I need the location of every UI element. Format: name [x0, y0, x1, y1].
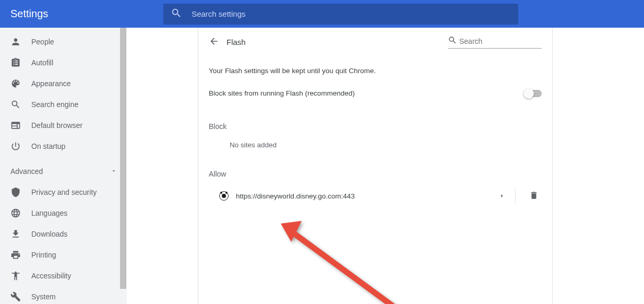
sidebar-item-label: Printing: [31, 251, 56, 259]
person-icon: [10, 37, 31, 47]
sidebar-item-default-browser[interactable]: Default browser: [0, 115, 126, 136]
power-icon: [10, 141, 31, 151]
accessibility-icon: [10, 271, 31, 281]
header-title: Settings: [10, 8, 48, 20]
main-content: Flash Your Flash settings will be kept u…: [127, 28, 644, 304]
block-flash-toggle-row: Block sites from running Flash (recommen…: [198, 75, 552, 107]
sidebar-item-label: Languages: [31, 209, 67, 217]
sidebar-item-appearance[interactable]: Appearance: [0, 73, 126, 94]
sidebar-item-label: Privacy and security: [31, 188, 97, 196]
wrench-icon: [10, 291, 31, 302]
site-details-button[interactable]: [499, 192, 515, 200]
sidebar-advanced-label: Advanced: [10, 167, 43, 176]
content-header: Flash: [198, 28, 552, 56]
header-search-box[interactable]: [163, 4, 518, 25]
search-icon: [10, 99, 31, 110]
app-header: Settings: [0, 0, 644, 28]
chevron-up-icon: [111, 167, 117, 176]
sidebar-item-search-engine[interactable]: Search engine: [0, 94, 126, 115]
sidebar-item-label: System: [31, 293, 56, 301]
sidebar-item-autofill[interactable]: Autofill: [0, 52, 126, 73]
sidebar-advanced-header[interactable]: Advanced: [0, 161, 126, 182]
sidebar-item-printing[interactable]: Printing: [0, 244, 126, 265]
sidebar-item-downloads[interactable]: Downloads: [0, 224, 126, 244]
sidebar-item-label: Autofill: [31, 59, 53, 67]
block-flash-toggle[interactable]: [524, 90, 542, 97]
sidebar-item-label: Downloads: [31, 230, 67, 238]
sidebar-item-label: People: [31, 38, 54, 46]
content-search-box[interactable]: [448, 36, 542, 49]
allow-site-row: https://disneyworld.disney.go.com:443: [198, 183, 552, 208]
sidebar-item-label: On startup: [31, 142, 65, 150]
web-icon: [10, 120, 31, 131]
back-button[interactable]: [209, 36, 219, 48]
globe-icon: [10, 208, 31, 218]
sidebar-item-accessibility[interactable]: Accessibility: [0, 265, 126, 286]
sidebar-scrollbar-thumb[interactable]: [120, 28, 126, 289]
sidebar-item-on-startup[interactable]: On startup: [0, 136, 126, 157]
sidebar-item-label: Default browser: [31, 121, 82, 130]
sidebar-item-privacy[interactable]: Privacy and security: [0, 182, 126, 203]
search-icon: [171, 7, 182, 20]
delete-site-button[interactable]: [516, 191, 542, 202]
toggle-label: Block sites from running Flash (recommen…: [209, 89, 355, 97]
sidebar-item-languages[interactable]: Languages: [0, 203, 126, 224]
clipboard-icon: [10, 57, 31, 68]
toggle-knob: [523, 88, 534, 99]
sidebar-item-label: Appearance: [31, 79, 71, 88]
block-empty-message: No sites added: [198, 136, 552, 154]
download-icon: [10, 229, 31, 239]
allow-section-header: Allow: [198, 154, 552, 183]
print-icon: [10, 250, 31, 260]
sidebar-item-label: Accessibility: [31, 272, 71, 280]
sidebar-scrollbar[interactable]: [120, 28, 126, 304]
page-title: Flash: [226, 38, 246, 46]
info-text: Your Flash settings will be kept until y…: [198, 56, 552, 75]
content-search-input[interactable]: [459, 37, 542, 45]
search-icon: [448, 36, 457, 46]
sidebar-item-system[interactable]: System: [0, 286, 126, 304]
sidebar-item-people[interactable]: People: [0, 31, 126, 52]
block-section-header: Block: [198, 107, 552, 136]
palette-icon: [10, 78, 31, 89]
shield-icon: [10, 187, 31, 197]
header-search-input[interactable]: [192, 9, 511, 18]
site-url: https://disneyworld.disney.go.com:443: [236, 192, 499, 200]
site-favicon-icon: [219, 191, 229, 201]
sidebar: People Autofill Appearance Search engine…: [0, 28, 127, 304]
sidebar-item-label: Search engine: [31, 100, 78, 109]
